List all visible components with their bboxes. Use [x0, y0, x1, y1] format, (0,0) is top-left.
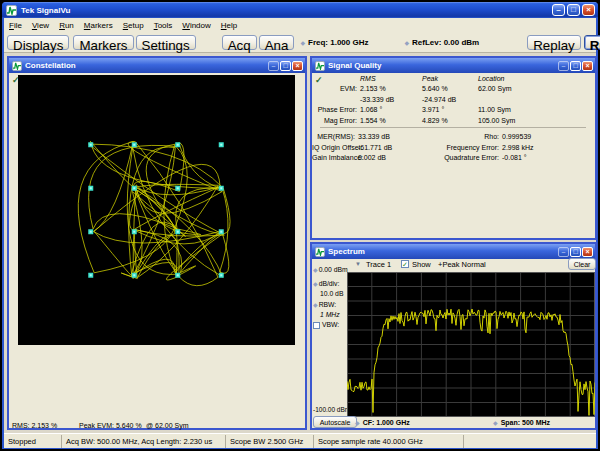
- evm-peak: 5.640 %: [422, 84, 478, 94]
- reflev-adjust-icon[interactable]: ◆: [404, 39, 409, 46]
- signal-quality-table: RMS Peak Location EVM: 2.153 % 5.640 % 6…: [312, 74, 595, 126]
- acq-button[interactable]: Acq: [222, 35, 257, 50]
- signal-quality-minimize-button[interactable]: –: [558, 61, 569, 71]
- spectrum-close-button[interactable]: ×: [582, 247, 593, 257]
- replay-button[interactable]: Replay: [527, 35, 581, 50]
- constellation-peak-readout: Peak EVM: 5.640 %: [79, 422, 142, 429]
- divider: [320, 127, 586, 128]
- db-div-value[interactable]: 10.0 dB: [320, 290, 343, 297]
- iq-origin-offset-label: IQ Origin Offset:: [312, 143, 358, 154]
- phase-error-location: 11.00 Sym: [478, 105, 595, 115]
- cf-adjust-icon[interactable]: ◆: [355, 420, 360, 426]
- detector-readout: +Peak Normal: [438, 260, 486, 269]
- signal-quality-panel-icon: [315, 61, 325, 71]
- displays-button[interactable]: Displays: [7, 35, 69, 50]
- trace-selector[interactable]: Trace 1: [366, 260, 391, 269]
- status-scope-bw: Scope BW 2.500 GHz: [226, 435, 314, 448]
- spectrum-panel: Spectrum – □ × ▼ Trace 1 ✓ Show +Peak No…: [310, 242, 597, 430]
- spectrum-minimize-button[interactable]: –: [558, 247, 569, 257]
- quadrature-error-value: -0.081 °: [502, 153, 595, 164]
- row-label: Mag Error:: [312, 116, 360, 126]
- markers-button[interactable]: Markers: [73, 35, 133, 50]
- show-checkbox[interactable]: ✓: [401, 260, 409, 268]
- evm-peak-db: -24.974 dB: [422, 95, 478, 105]
- close-button[interactable]: ×: [582, 4, 595, 16]
- menu-item-run[interactable]: Run: [54, 19, 79, 32]
- constellation-at-symbol-readout: @ 62.00 Sym: [146, 422, 189, 429]
- span-adjust-icon[interactable]: ◆: [493, 420, 498, 426]
- freq-readout[interactable]: Freq: 1.000 GHz: [308, 38, 368, 47]
- col-header-peak: Peak: [422, 74, 478, 84]
- iq-origin-offset-value: -61.771 dB: [358, 143, 422, 154]
- minimize-button[interactable]: –: [552, 4, 565, 16]
- evm-rms: 2.153 %: [360, 84, 422, 94]
- constellation-close-button[interactable]: ×: [292, 61, 303, 71]
- status-bar: Stopped Acq BW: 500.00 MHz, Acq Length: …: [4, 433, 596, 448]
- row-label: [312, 95, 360, 105]
- rho-label: Rho:: [422, 132, 502, 143]
- menu-bar: File View Run Markers Setup Tools Window…: [4, 18, 596, 33]
- evm-rms-db: -33.339 dB: [360, 95, 422, 105]
- rbw-value[interactable]: 1 MHz: [320, 311, 340, 318]
- signal-quality-close-button[interactable]: ×: [582, 61, 593, 71]
- menu-item-file[interactable]: File: [4, 19, 27, 32]
- trace-dropdown-arrow-icon[interactable]: ▼: [355, 261, 361, 267]
- signal-quality-maximize-button[interactable]: □: [570, 61, 581, 71]
- signal-quality-panel-title: Signal Quality: [328, 61, 381, 70]
- spectrum-title-bar: Spectrum – □ ×: [312, 244, 595, 259]
- menu-item-setup[interactable]: Setup: [118, 19, 149, 32]
- constellation-panel-title: Constellation: [25, 61, 76, 70]
- status-run-state: Stopped: [4, 435, 62, 448]
- spectrum-maximize-button[interactable]: □: [570, 247, 581, 257]
- constellation-panel-icon: [12, 61, 22, 71]
- status-spacer: [464, 435, 596, 448]
- signal-quality-title-bar: Signal Quality – □ ×: [312, 58, 595, 73]
- mer-value: 33.339 dB: [358, 132, 422, 143]
- reflevel-adjust-icon[interactable]: ◆: [313, 267, 318, 273]
- rms-value: 2.153 %: [31, 422, 57, 429]
- constellation-maximize-button[interactable]: □: [280, 61, 291, 71]
- rms-label: RMS:: [12, 422, 30, 429]
- mag-error-rms: 1.554 %: [360, 116, 422, 126]
- blank-cell: [478, 95, 595, 105]
- menu-item-tools[interactable]: Tools: [149, 19, 178, 32]
- constellation-title-bar: Constellation – □ ×: [9, 58, 305, 73]
- mag-error-peak: 4.829 %: [422, 116, 478, 126]
- title-bar: Tek SignalVu – □ ×: [2, 2, 598, 18]
- restore-button[interactable]: □: [567, 4, 580, 16]
- autoscale-button[interactable]: Autoscale: [313, 416, 357, 428]
- ana-button[interactable]: Ana: [259, 35, 295, 50]
- signal-quality-panel: Signal Quality – □ × ✓ RMS Peak Location…: [310, 56, 597, 240]
- menu-item-window[interactable]: Window: [177, 19, 215, 32]
- run-button[interactable]: Run: [584, 35, 600, 50]
- rbw-adjust-icon[interactable]: ◆: [313, 302, 318, 308]
- menu-item-markers[interactable]: Markers: [79, 19, 118, 32]
- span-readout[interactable]: Span: 500 MHz: [501, 419, 550, 426]
- reflev-readout[interactable]: RefLev: 0.00 dBm: [412, 38, 479, 47]
- evm-location: 62.00 Sym: [478, 84, 595, 94]
- phase-error-rms: 1.068 °: [360, 105, 422, 115]
- status-acq-info: Acq BW: 500.00 MHz, Acq Length: 2.230 us: [62, 435, 226, 448]
- spectrum-panel-title: Spectrum: [328, 247, 365, 256]
- clear-button[interactable]: Clear: [568, 258, 596, 270]
- center-frequency-readout[interactable]: CF: 1.000 GHz: [363, 419, 410, 426]
- settings-button[interactable]: Settings: [136, 35, 196, 50]
- dbdiv-adjust-icon[interactable]: ◆: [313, 281, 318, 287]
- screen: Tek SignalVu – □ × File View Run Markers…: [0, 0, 600, 451]
- phase-error-peak: 3.971 °: [422, 105, 478, 115]
- row-label: Phase Error:: [312, 105, 360, 115]
- db-div-label: dB/div:: [319, 280, 340, 287]
- show-label: Show: [412, 260, 431, 269]
- constellation-panel: Constellation – □ × ✓ RMS: 2.153 % Peak …: [7, 56, 307, 430]
- menu-item-view[interactable]: View: [27, 19, 54, 32]
- top-ref-level[interactable]: 0.00 dBm: [319, 266, 348, 273]
- vbw-checkbox[interactable]: [313, 322, 320, 329]
- mer-label: MER(RMS):: [312, 132, 358, 143]
- spectrum-panel-icon: [315, 247, 325, 257]
- constellation-minimize-button[interactable]: –: [268, 61, 279, 71]
- vbw-label: VBW:: [322, 321, 339, 328]
- menu-item-help[interactable]: Help: [216, 19, 242, 32]
- freq-adjust-icon[interactable]: ◆: [300, 39, 305, 46]
- gain-imbalance-label: Gain Imbalance:: [312, 153, 358, 164]
- frequency-error-value: 2.998 kHz: [502, 143, 595, 154]
